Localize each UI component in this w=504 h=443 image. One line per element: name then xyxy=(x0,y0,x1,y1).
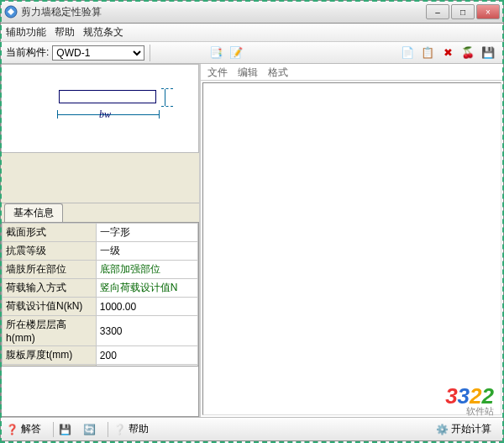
page2-icon[interactable]: 📋 xyxy=(420,45,435,61)
prop-key: 抗震等级 xyxy=(3,242,97,261)
prop-row[interactable]: 腹板厚度t(mm)200 xyxy=(3,346,198,365)
property-table: 截面形式一字形抗震等级一级墙肢所在部位底部加强部位荷载输入方式竖向荷载设计值N荷… xyxy=(1,222,199,367)
prop-value[interactable]: 200 xyxy=(96,346,197,365)
question-icon: ❓ xyxy=(6,424,18,435)
left-pane: bw 基本信息 截面形式一字形抗震等级一级墙肢所在部位底部加强部位荷载输入方式竖… xyxy=(1,64,201,417)
prop-row[interactable]: 荷载输入方式竖向荷载设计值N xyxy=(3,279,198,298)
note-icon[interactable]: 📝 xyxy=(228,45,244,61)
menu-aux[interactable]: 辅助功能 xyxy=(6,25,46,40)
right-menu-format[interactable]: 格式 xyxy=(268,66,288,78)
prop-key: 荷载输入方式 xyxy=(3,279,97,298)
page1-icon[interactable]: 📄 xyxy=(400,45,415,61)
prop-row[interactable]: 抗震等级一级 xyxy=(3,242,198,261)
tab-header: 基本信息 xyxy=(1,203,199,222)
minimize-button[interactable]: – xyxy=(426,4,449,19)
diagram-gap xyxy=(1,153,199,203)
main-area: bw 基本信息 截面形式一字形抗震等级一级墙肢所在部位底部加强部位荷载输入方式竖… xyxy=(0,64,504,417)
status-help[interactable]: ❔ 帮助 xyxy=(113,422,149,436)
menu-help[interactable]: 帮助 xyxy=(55,25,75,40)
menu-spec[interactable]: 规范条文 xyxy=(83,25,123,40)
status-sep1 xyxy=(53,422,54,437)
cherry-icon[interactable]: 🍒 xyxy=(460,45,475,61)
help-icon: ❔ xyxy=(113,424,126,435)
disk-icon: 💾 xyxy=(59,424,71,435)
status-disk[interactable]: 💾 xyxy=(59,424,71,435)
prop-value[interactable]: 3300 xyxy=(96,316,197,346)
app-icon xyxy=(4,5,18,18)
close-button[interactable]: × xyxy=(476,4,500,19)
dim-thickness xyxy=(161,88,173,107)
output-area[interactable] xyxy=(202,82,501,415)
current-member-select[interactable]: QWD-1 xyxy=(52,45,144,61)
maximize-button[interactable]: □ xyxy=(451,4,475,19)
status-sep2 xyxy=(108,422,108,437)
status-start[interactable]: ⚙️ 开始计算 xyxy=(436,422,491,436)
prop-value[interactable]: 1000.00 xyxy=(96,298,197,316)
save-icon[interactable]: 💾 xyxy=(480,45,496,61)
prop-value[interactable]: 一字形 xyxy=(96,224,197,242)
current-member-label: 当前构件: xyxy=(6,45,49,60)
prop-row[interactable]: 荷载设计值N(kN)1000.00 xyxy=(3,298,198,316)
section-rect xyxy=(59,90,156,103)
window-title: 剪力墙稳定性验算 xyxy=(21,5,424,19)
prop-key: 荷载设计值N(kN) xyxy=(3,298,97,316)
status-help-label: 帮助 xyxy=(129,422,149,436)
status-refresh[interactable]: 🔄 xyxy=(83,424,96,435)
title-bar: 剪力墙稳定性验算 – □ × xyxy=(0,0,504,24)
gear-icon: ⚙️ xyxy=(436,424,449,435)
right-menu-file[interactable]: 文件 xyxy=(207,66,228,78)
prop-key: 墙肢所在部位 xyxy=(3,261,97,279)
menu-bar: 辅助功能 帮助 规范条文 xyxy=(0,24,504,42)
prop-row[interactable]: 所在楼层层高h(mm)3300 xyxy=(3,316,198,346)
property-blank xyxy=(1,367,199,417)
status-bar: ❓ 解答 💾 🔄 ❔ 帮助 ⚙️ 开始计算 xyxy=(0,417,504,441)
delete-icon[interactable]: ✖ xyxy=(440,45,455,61)
tab-basic-info[interactable]: 基本信息 xyxy=(4,203,63,222)
copy-icon[interactable]: 📑 xyxy=(208,45,223,61)
prop-row[interactable]: 墙肢所在部位底部加强部位 xyxy=(3,261,198,279)
prop-value[interactable]: 一级 xyxy=(96,242,197,261)
toolbar: 当前构件: QWD-1 📑 📝 📄 📋 ✖ 🍒 💾 xyxy=(0,42,504,64)
status-explain[interactable]: ❓ 解答 xyxy=(6,422,41,436)
toolbar-sep xyxy=(150,45,150,61)
right-pane: 文件 编辑 格式 xyxy=(201,64,503,417)
prop-key: 腹板厚度t(mm) xyxy=(3,346,97,365)
status-explain-label: 解答 xyxy=(21,422,41,436)
prop-value[interactable]: 底部加强部位 xyxy=(96,261,197,279)
section-diagram: bw xyxy=(1,64,199,153)
status-start-label: 开始计算 xyxy=(451,422,491,436)
right-menubar: 文件 编辑 格式 xyxy=(201,64,503,81)
prop-row[interactable]: 截面形式一字形 xyxy=(3,224,198,242)
prop-key: 所在楼层层高h(mm) xyxy=(3,316,97,346)
prop-key: 截面形式 xyxy=(3,224,97,242)
prop-value[interactable]: 竖向荷载设计值N xyxy=(96,279,197,298)
right-menu-edit[interactable]: 编辑 xyxy=(238,66,258,78)
window-controls: – □ × xyxy=(424,4,500,19)
refresh-icon: 🔄 xyxy=(83,424,96,435)
dim-bw-label: bw xyxy=(99,108,111,121)
